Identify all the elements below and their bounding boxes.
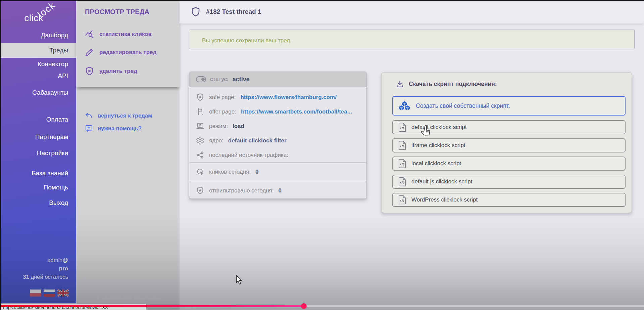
language-switcher	[30, 290, 69, 297]
file-code-icon	[398, 195, 406, 205]
menu-item-delete-thread[interactable]: удалить тред	[85, 67, 137, 76]
back-icon	[85, 112, 93, 120]
clicklock-logo: clicklock	[24, 13, 63, 24]
mouse-arrow-cursor	[236, 275, 243, 285]
file-code-icon	[398, 159, 406, 168]
core-value: default clicklock filter	[228, 137, 287, 144]
scripts-panel-title-text: Скачать скрипт подключения:	[409, 81, 497, 88]
status-card-body: safe page: https://www.flowers4hamburg.c…	[189, 87, 366, 162]
iframe-clicklock-script-button[interactable]: iframe clicklock script	[392, 138, 626, 152]
file-code-icon	[398, 141, 406, 150]
page-header: #182 Test thread 1	[180, 0, 644, 24]
share-icon	[196, 151, 204, 159]
success-alert-text: Вы успешно сохранили ваш тред.	[202, 37, 292, 44]
download-scripts-panel: Скачать скрипт подключения: Создать свой…	[381, 72, 632, 213]
screen-share-icon	[196, 122, 204, 130]
sidebar-item-api[interactable]: API	[0, 70, 76, 82]
sidebar-item-knowledge-base[interactable]: База знаний	[0, 167, 76, 179]
script-button-label: WordPress clicklock script	[411, 196, 478, 203]
thread-menu-title: ПРОСМОТР ТРЕДА	[85, 8, 149, 16]
sidebar-item-threads[interactable]: Треды	[0, 43, 76, 58]
mode-value: load	[233, 123, 244, 130]
safe-page-url-link[interactable]: https://www.flowers4hamburg.com/	[240, 94, 337, 101]
status-row-offer-page: offer page: https://www.smartbets.com/fo…	[189, 104, 366, 119]
script-button-label: default clicklock script	[411, 124, 466, 131]
stat-row-clicks-today: кликов сегодня: 0	[189, 162, 366, 181]
offer-page-url-link[interactable]: https://www.smartbets.com/football/tea..…	[241, 108, 352, 115]
script-button-label: iframe clicklock script	[411, 142, 465, 149]
default-clicklock-script-button[interactable]: default clicklock script	[392, 120, 626, 134]
script-button-label: Создать свой собственный скрипт.	[416, 102, 510, 109]
sidebar-item-payment[interactable]: Оплата	[0, 114, 76, 126]
thread-status-card: статус: active safe page: https://www.fl…	[189, 72, 367, 199]
flag-icon	[196, 107, 204, 116]
default-js-clicklock-script-button[interactable]: default js clicklock script	[392, 175, 626, 189]
status-row-mode: режим: load	[189, 119, 366, 133]
menu-item-label: редактировать тред	[99, 49, 156, 56]
thread-menu-block: ПРОСМОТР ТРЕДА статистика кликов редакти…	[76, 0, 180, 87]
filtered-today-value: 0	[278, 187, 281, 194]
local-clicklock-script-button[interactable]: local clicklock script	[392, 157, 626, 171]
wordpress-clicklock-script-button[interactable]: WordPress clicklock script	[392, 193, 626, 207]
menu-item-label: удалить тред	[99, 68, 137, 75]
link-need-help[interactable]: нужна помощь?	[85, 124, 142, 132]
shield-star-icon	[196, 186, 204, 195]
file-code-icon	[398, 177, 406, 186]
sidebar-item-subaccounts[interactable]: Сабакаунты	[0, 87, 76, 99]
menu-item-click-stats[interactable]: статистика кликов	[85, 30, 152, 39]
link-back-to-threads[interactable]: вернуться к тредам	[85, 112, 152, 120]
download-icon	[396, 80, 404, 88]
gear-icon	[196, 136, 204, 145]
clicks-today-value: 0	[255, 169, 258, 175]
menu-link-label: нужна помощь?	[98, 125, 142, 132]
status-row-core: ядро: default clicklock filter	[189, 133, 366, 148]
edit-icon	[85, 48, 94, 57]
row-label: режим:	[209, 123, 228, 130]
sidebar-item-help[interactable]: Помощь	[0, 181, 76, 193]
video-frame-edge-left	[0, 0, 1, 310]
help-icon	[85, 124, 93, 132]
status-row-safe-page: safe page: https://www.flowers4hamburg.c…	[189, 90, 366, 104]
account-plan: pro	[23, 264, 68, 273]
status-card-header: статус: active	[189, 72, 366, 87]
russia-flag-icon[interactable]	[44, 290, 55, 297]
sidebar-item-connector[interactable]: Коннектор	[0, 58, 76, 70]
row-label: ядро:	[209, 137, 224, 144]
page-title: #182 Test thread 1	[206, 8, 261, 15]
status-row-last-traffic-source: последний источник трафика:	[189, 148, 366, 162]
sidebar-item-dashboard[interactable]: Дашборд	[0, 29, 76, 41]
days-left-text: дней осталось	[31, 274, 68, 280]
row-label: последний источник трафика:	[209, 152, 288, 159]
video-progress-bar[interactable]	[0, 305, 644, 307]
script-button-label: local clicklock script	[411, 160, 461, 167]
click-icon	[196, 168, 204, 176]
create-own-script-button[interactable]: Создать свой собственный скрипт.	[392, 96, 626, 116]
success-alert: Вы успешно сохранили ваш тред.	[189, 30, 635, 49]
menu-link-label: вернуться к тредам	[98, 113, 152, 119]
video-progress-played	[0, 305, 304, 307]
script-button-label: default js clicklock script	[411, 178, 472, 185]
poland-flag-icon[interactable]	[30, 290, 41, 297]
status-label: статус:	[210, 76, 229, 83]
status-value: active	[233, 76, 250, 83]
stats-icon	[85, 30, 94, 39]
menu-item-edit-thread[interactable]: редактировать тред	[85, 48, 156, 57]
shield-x-icon	[85, 67, 94, 76]
scripts-panel-title: Скачать скрипт подключения:	[396, 80, 497, 88]
cubes-icon	[398, 101, 410, 111]
account-email: admin@	[23, 256, 68, 264]
shield-icon	[191, 7, 201, 17]
stat-row-filtered-today: отфильтровано сегодня: 0	[189, 181, 366, 200]
video-progress-handle[interactable]	[301, 303, 307, 309]
sidebar-item-settings[interactable]: Настройки	[0, 147, 76, 159]
sidebar-item-logout[interactable]: Выход	[0, 197, 76, 209]
video-frame-edge-top	[0, 0, 644, 1]
sidebar-item-partners[interactable]: Партнерам	[0, 131, 76, 143]
toggle-icon	[196, 76, 206, 82]
row-label: safe page:	[209, 94, 236, 101]
uk-flag-icon[interactable]	[57, 290, 69, 297]
row-label: отфильтровано сегодня:	[209, 187, 274, 194]
account-info: admin@ pro 31 дней осталось	[23, 256, 68, 281]
row-label: кликов сегодня:	[209, 169, 251, 175]
menu-item-label: статистика кликов	[99, 31, 152, 38]
